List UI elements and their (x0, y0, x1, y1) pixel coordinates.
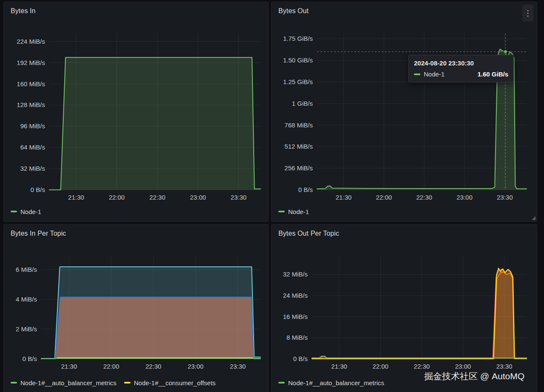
bytes-out-per-topic-chart-canvas[interactable]: 21:3022:0022:3023:0023:300 B/s8 MiB/s16 … (272, 250, 537, 375)
svg-text:22:00: 22:00 (376, 194, 392, 201)
panel-title: Bytes Out Per Topic (278, 230, 530, 237)
svg-text:1.75 GiB/s: 1.75 GiB/s (283, 35, 313, 42)
svg-text:23:00: 23:00 (190, 194, 206, 201)
panel-resize-handle[interactable] (532, 216, 536, 220)
svg-text:23:00: 23:00 (456, 194, 473, 201)
tooltip-series-value: 1.60 GiB/s (471, 71, 508, 78)
svg-text:32 MiB/s: 32 MiB/s (283, 271, 308, 278)
panel-header-bytes-in[interactable]: Bytes In (4, 2, 268, 28)
panel-header-bytes-out[interactable]: Bytes Out (272, 2, 537, 28)
svg-text:0 B/s: 0 B/s (298, 186, 313, 193)
svg-text:0 B/s: 0 B/s (23, 355, 37, 362)
watermark-text: 掘金技术社区 @ AutoMQ (424, 370, 524, 382)
series-color-dash (11, 382, 17, 384)
panel-bytes-in-per-topic: Bytes In Per Topic 21:3022:0022:3023:002… (3, 224, 269, 392)
svg-text:21:30: 21:30 (68, 194, 84, 201)
series-color-dash (414, 73, 420, 75)
svg-text:768 MiB/s: 768 MiB/s (284, 121, 313, 129)
svg-text:192 MiB/s: 192 MiB/s (17, 59, 45, 66)
series-color-dash (11, 211, 17, 212)
svg-text:8 MiB/s: 8 MiB/s (286, 334, 308, 341)
svg-text:4 MiB/s: 4 MiB/s (16, 296, 37, 303)
legend-item-node-1[interactable]: Node-1 (11, 208, 41, 215)
panel-title: Bytes Out (278, 7, 530, 15)
svg-text:23:30: 23:30 (496, 363, 513, 370)
legend-bytes-out: Node-1 (272, 204, 537, 221)
svg-text:512 MiB/s: 512 MiB/s (284, 143, 313, 150)
panel-title: Bytes In (11, 7, 261, 15)
legend-label: Node-1#__auto_balancer_metrics (288, 379, 384, 386)
panel-header-bytes-in-per-topic[interactable]: Bytes In Per Topic (4, 225, 268, 250)
tooltip-series-row: Node-1 1.60 GiB/s (414, 71, 508, 78)
legend-label: Node-1 (20, 208, 41, 215)
svg-text:6 MiB/s: 6 MiB/s (16, 266, 37, 273)
legend-label: Node-1#__auto_balancer_metrics (20, 379, 116, 386)
svg-text:23:30: 23:30 (231, 194, 247, 201)
tooltip-series-name: Node-1 (424, 71, 445, 78)
svg-text:22:30: 22:30 (414, 363, 430, 370)
series-color-dash (124, 382, 130, 384)
svg-text:0 B/s: 0 B/s (293, 355, 308, 362)
svg-text:0 B/s: 0 B/s (31, 186, 45, 193)
svg-text:22:00: 22:00 (372, 363, 388, 370)
kebab-menu-icon: ⋮ (524, 8, 532, 18)
legend-label: Node-1#__consumer_offsets (134, 379, 215, 386)
panel-bytes-out-per-topic: Bytes Out Per Topic 21:3022:0022:3023:00… (271, 224, 537, 392)
svg-text:16 MiB/s: 16 MiB/s (283, 313, 308, 320)
svg-text:22:30: 22:30 (149, 194, 165, 201)
svg-text:256 MiB/s: 256 MiB/s (284, 164, 313, 172)
panel-bytes-out: Bytes Out ⋮ 21:3022:0022:3023:0023:300 B… (271, 2, 537, 222)
svg-text:23:00: 23:00 (455, 363, 471, 370)
svg-text:23:30: 23:30 (230, 363, 246, 370)
legend-item-node-1[interactable]: Node-1 (278, 208, 309, 215)
svg-text:224 MiB/s: 224 MiB/s (17, 38, 45, 45)
svg-text:23:00: 23:00 (187, 363, 204, 370)
svg-text:22:30: 22:30 (416, 194, 432, 201)
legend-item-auto-balancer-metrics[interactable]: Node-1#__auto_balancer_metrics (278, 379, 384, 386)
svg-text:23:30: 23:30 (497, 194, 513, 201)
chart-tooltip: 2024-08-20 23:30:30 Node-1 1.60 GiB/s (408, 55, 514, 82)
svg-text:32 MiB/s: 32 MiB/s (20, 165, 45, 172)
panel-bytes-in: Bytes In 21:3022:0022:3023:0023:300 B/s3… (3, 2, 269, 222)
svg-text:1.50 GiB/s: 1.50 GiB/s (283, 56, 313, 64)
legend-item-consumer-offsets[interactable]: Node-1#__consumer_offsets (124, 379, 215, 386)
legend-bytes-in: Node-1 (4, 204, 268, 221)
bytes-out-chart-canvas[interactable]: 21:3022:0022:3023:0023:300 B/s256 MiB/s5… (272, 28, 537, 204)
legend-label: Node-1 (288, 208, 309, 215)
svg-text:24 MiB/s: 24 MiB/s (283, 292, 308, 299)
legend-item-auto-balancer-metrics[interactable]: Node-1#__auto_balancer_metrics (11, 379, 116, 386)
legend-bytes-in-per-topic: Node-1#__auto_balancer_metrics Node-1#__… (4, 375, 268, 392)
panel-title: Bytes In Per Topic (11, 230, 261, 237)
panel-header-bytes-out-per-topic[interactable]: Bytes Out Per Topic (272, 225, 537, 250)
series-color-dash (278, 382, 285, 384)
svg-text:128 MiB/s: 128 MiB/s (17, 101, 45, 108)
svg-text:21:30: 21:30 (331, 363, 347, 370)
svg-text:1.25 GiB/s: 1.25 GiB/s (283, 78, 313, 85)
svg-text:96 MiB/s: 96 MiB/s (20, 122, 45, 130)
svg-text:22:30: 22:30 (145, 363, 162, 370)
tooltip-timestamp: 2024-08-20 23:30:30 (414, 59, 508, 67)
svg-text:21:30: 21:30 (61, 363, 77, 370)
svg-text:160 MiB/s: 160 MiB/s (17, 80, 45, 87)
bytes-in-chart-canvas[interactable]: 21:3022:0022:3023:0023:300 B/s32 MiB/s64… (4, 28, 268, 204)
svg-text:22:00: 22:00 (109, 194, 125, 201)
svg-text:1 GiB/s: 1 GiB/s (292, 100, 313, 107)
svg-text:22:00: 22:00 (103, 363, 119, 370)
series-color-dash (278, 211, 285, 212)
svg-text:2 MiB/s: 2 MiB/s (16, 325, 37, 333)
svg-text:21:30: 21:30 (336, 194, 352, 201)
panel-menu-button[interactable]: ⋮ (522, 5, 533, 22)
bytes-in-per-topic-chart-canvas[interactable]: 21:3022:0022:3023:0023:300 B/s2 MiB/s4 M… (4, 250, 268, 375)
svg-text:64 MiB/s: 64 MiB/s (20, 144, 45, 151)
